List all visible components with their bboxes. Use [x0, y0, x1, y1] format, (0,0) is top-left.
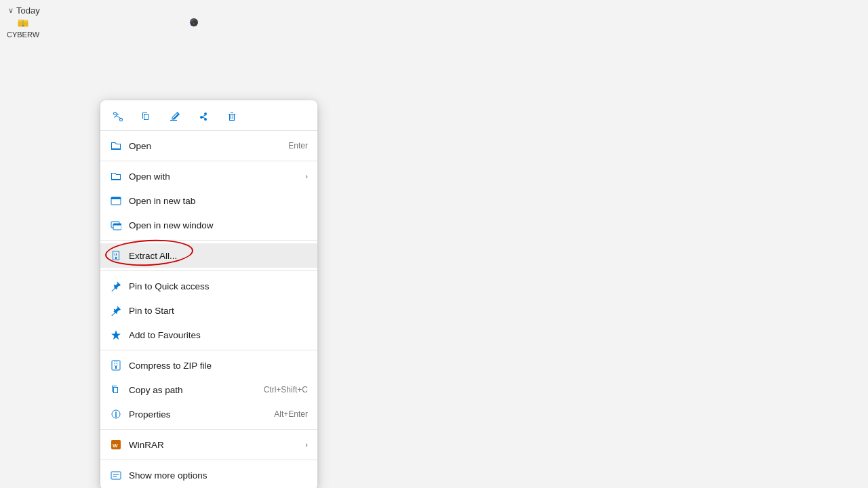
- winrar-icon: W: [110, 439, 122, 451]
- app-file-item[interactable]: [189, 17, 199, 28]
- open-window-icon: [110, 219, 122, 231]
- svg-rect-14: [24, 24, 24, 24]
- menu-item-more-options[interactable]: Show more options: [100, 463, 317, 487]
- open-shortcut: Enter: [288, 141, 308, 150]
- delete-icon[interactable]: [224, 108, 240, 125]
- chevron-down-icon: ∨: [8, 6, 14, 15]
- zip-icon: [110, 359, 122, 371]
- menu-item-winrar[interactable]: W WinRAR ›: [100, 432, 317, 457]
- menu-item-open-new-window[interactable]: Open in new window: [100, 213, 317, 237]
- menu-item-copy-path[interactable]: Copy as path Ctrl+Shift+C: [100, 378, 317, 402]
- pin-start-icon: [110, 304, 122, 317]
- copy-path-label: Copy as path: [129, 385, 257, 395]
- menu-item-open[interactable]: Open Enter: [100, 134, 317, 158]
- divider-5: [100, 429, 317, 430]
- svg-rect-31: [111, 472, 121, 479]
- menu-item-favourites[interactable]: Add to Favourites: [100, 323, 317, 347]
- svg-text:W: W: [113, 443, 118, 449]
- rename-icon[interactable]: [167, 108, 183, 125]
- open-tab-label: Open in new tab: [129, 196, 308, 206]
- open-icon: [110, 140, 122, 152]
- properties-label: Properties: [129, 409, 267, 420]
- menu-item-properties[interactable]: Properties Alt+Enter: [100, 402, 317, 426]
- open-with-label: Open with: [129, 171, 298, 182]
- menu-item-pin-quick[interactable]: Pin to Quick access: [100, 274, 317, 298]
- copy-icon[interactable]: [138, 108, 155, 125]
- menu-item-pin-start[interactable]: Pin to Start: [100, 298, 317, 323]
- props-icon: [110, 408, 122, 420]
- zip-file-item[interactable]: CYBERW: [7, 17, 39, 39]
- menu-item-compress-zip[interactable]: Compress to ZIP file: [100, 353, 317, 378]
- compress-zip-label: Compress to ZIP file: [129, 361, 308, 371]
- menu-item-open-with[interactable]: Open with ›: [100, 164, 317, 188]
- svg-rect-4: [22, 20, 22, 21]
- open-tab-icon: [110, 195, 122, 207]
- extract-all-label: Extract All...: [129, 251, 308, 261]
- divider-2: [100, 240, 317, 241]
- svg-rect-6: [22, 22, 22, 23]
- copy-path-shortcut: Ctrl+Shift+C: [264, 385, 308, 394]
- file-label: CYBERW: [7, 30, 39, 39]
- today-label: Today: [16, 5, 40, 16]
- svg-rect-15: [24, 24, 24, 25]
- cut-icon[interactable]: [110, 108, 126, 125]
- svg-rect-5: [22, 21, 22, 22]
- divider-3: [100, 270, 317, 271]
- more-options-label: Show more options: [129, 470, 308, 481]
- context-menu: Open Enter Open with › Open in new tab O…: [100, 100, 317, 488]
- winrar-label: WinRAR: [129, 440, 298, 450]
- pin-start-label: Pin to Start: [129, 306, 308, 316]
- share-icon[interactable]: [195, 108, 212, 125]
- open-with-arrow: ›: [305, 172, 308, 180]
- svg-rect-13: [24, 22, 24, 23]
- path-icon: [110, 384, 122, 396]
- svg-rect-9: [22, 24, 22, 25]
- properties-shortcut: Alt+Enter: [274, 409, 308, 419]
- svg-rect-8: [22, 24, 22, 24]
- more-icon: [110, 469, 122, 481]
- pin-quick-icon: [110, 280, 122, 292]
- divider-4: [100, 350, 317, 350]
- svg-rect-7: [22, 23, 22, 24]
- pin-quick-label: Pin to Quick access: [129, 281, 308, 291]
- extract-icon: [110, 249, 122, 262]
- divider-1: [100, 161, 317, 161]
- favourites-label: Add to Favourites: [129, 330, 308, 340]
- zip-folder-svg: [18, 17, 28, 28]
- svg-rect-23: [111, 197, 121, 199]
- app-icon-svg: [189, 17, 199, 28]
- open-with-icon: [110, 170, 122, 182]
- star-icon: [110, 329, 122, 341]
- menu-item-open-new-tab[interactable]: Open in new tab: [100, 188, 317, 213]
- svg-rect-12: [24, 22, 24, 22]
- menu-item-extract-all[interactable]: Extract All...: [100, 243, 317, 268]
- winrar-arrow: ›: [305, 441, 308, 449]
- divider-6: [100, 460, 317, 460]
- open-window-label: Open in new window: [129, 220, 308, 230]
- context-menu-toolbar: [100, 103, 317, 131]
- svg-rect-11: [24, 21, 24, 22]
- open-label: Open: [129, 141, 281, 151]
- svg-rect-18: [23, 25, 24, 26]
- svg-rect-26: [113, 224, 121, 226]
- today-section-header: ∨ Today: [8, 5, 40, 16]
